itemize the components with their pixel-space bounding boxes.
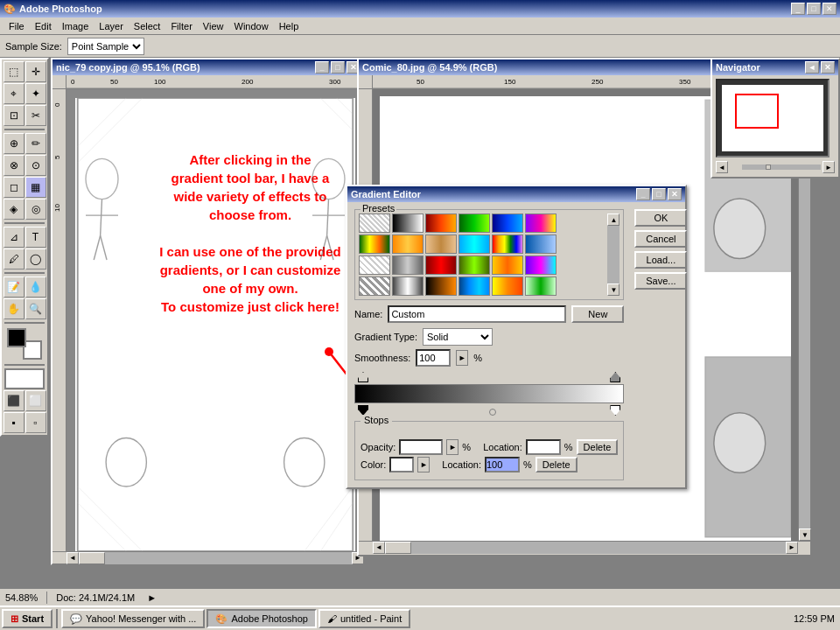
preset-steel[interactable] — [392, 256, 424, 275]
tool-text[interactable]: T — [25, 227, 46, 248]
hscroll2-thumb[interactable] — [385, 542, 411, 554]
color-stepper[interactable]: ► — [417, 457, 430, 472]
tool-clone[interactable]: ⊗ — [4, 155, 24, 176]
vscroll-down[interactable]: ▼ — [799, 528, 811, 541]
sample-size-select[interactable]: Point Sample — [67, 38, 144, 55]
preset-multi[interactable] — [525, 214, 556, 233]
delete-color-btn[interactable]: Delete — [536, 457, 578, 472]
preset-olive[interactable] — [458, 256, 490, 275]
tool-shape[interactable]: ◯ — [25, 248, 46, 270]
taskbar-photoshop[interactable]: 🎨 Adobe Photoshop — [206, 609, 316, 628]
menu-filter[interactable]: Filter — [165, 19, 197, 33]
minimize-button[interactable]: _ — [791, 3, 805, 15]
opacity-value-input[interactable] — [399, 439, 443, 455]
tool-blur[interactable]: ◈ — [4, 199, 24, 220]
nav-slider-thumb[interactable] — [766, 164, 771, 170]
screen-mode-4[interactable]: ▫ — [25, 412, 46, 433]
tool-pen[interactable]: 🖊 — [4, 248, 24, 270]
opacity-handle-right[interactable] — [610, 372, 620, 382]
preset-gold[interactable] — [392, 234, 424, 254]
screen-mode-1[interactable]: ⬛ — [4, 390, 24, 411]
preset-spring[interactable] — [525, 276, 556, 296]
nav-close[interactable]: ✕ — [821, 61, 835, 74]
presets-scroll-up[interactable]: ▲ — [607, 214, 620, 226]
nav-expand[interactable]: ◄ — [805, 61, 819, 74]
preset-sky[interactable] — [525, 234, 556, 254]
preset-amber[interactable] — [492, 256, 523, 275]
canvas1-maximize[interactable]: □ — [331, 61, 345, 74]
presets-scroll-down[interactable]: ▼ — [607, 284, 620, 296]
tool-notes[interactable]: 📝 — [4, 276, 24, 298]
taskbar-paint[interactable]: 🖌 untitled - Paint — [318, 609, 410, 628]
mask-mode[interactable] — [4, 368, 45, 389]
new-button[interactable]: New — [571, 305, 624, 323]
tool-wand[interactable]: ✦ — [25, 83, 46, 104]
tool-path[interactable]: ⊿ — [4, 227, 24, 248]
menu-help[interactable]: Help — [274, 19, 304, 33]
menu-window[interactable]: Window — [229, 19, 274, 33]
smoothness-input[interactable] — [416, 349, 451, 367]
gradient-main-bar[interactable] — [354, 384, 624, 403]
color-location-input[interactable] — [485, 457, 520, 472]
start-button[interactable]: ⊞ Start — [2, 609, 52, 628]
tool-heal[interactable]: ⊕ — [4, 133, 24, 154]
preset-ocean[interactable] — [458, 276, 490, 296]
nav-zoom-out[interactable]: ◄ — [716, 161, 728, 173]
hscroll2-left[interactable]: ◄ — [373, 542, 385, 554]
hscroll2-right[interactable]: ► — [786, 542, 798, 554]
nav-slider[interactable] — [742, 164, 821, 170]
tool-marquee[interactable]: ⬚ — [4, 61, 24, 82]
preset-red[interactable] — [425, 256, 457, 275]
tool-gradient[interactable]: ▦ — [25, 177, 46, 198]
tool-dodge[interactable]: ◎ — [25, 199, 46, 220]
hscroll-track[interactable] — [79, 552, 352, 564]
cancel-button[interactable]: Cancel — [634, 230, 687, 248]
menu-edit[interactable]: Edit — [30, 19, 57, 33]
preset-copper[interactable] — [425, 234, 457, 254]
preset-rainbow[interactable] — [492, 234, 523, 254]
tool-move[interactable]: ✛ — [25, 61, 46, 82]
preset-green[interactable] — [458, 214, 490, 233]
doc-info-arrow[interactable]: ► — [147, 592, 157, 603]
canvas1-title-bar[interactable]: nic_79 copy.jpg @ 95.1% (RGB) _ □ ✕ — [52, 60, 364, 75]
opacity-handle-left[interactable] — [358, 372, 368, 382]
taskbar-yahoo[interactable]: 💬 Yahoo! Messenger with ... — [61, 609, 205, 628]
gradient-type-select[interactable]: Solid Noise — [423, 328, 493, 346]
preset-rust[interactable] — [425, 276, 457, 296]
load-button[interactable]: Load... — [634, 251, 687, 269]
gradient-editor-title-bar[interactable]: Gradient Editor _ □ ✕ — [347, 186, 685, 202]
maximize-button[interactable]: □ — [807, 3, 821, 15]
preset-transparent[interactable] — [359, 214, 390, 233]
name-input[interactable] — [388, 305, 566, 323]
preset-cyan[interactable] — [458, 234, 490, 254]
preset-stripe2[interactable] — [359, 276, 390, 296]
screen-mode-2[interactable]: ⬜ — [25, 390, 46, 411]
tool-slice[interactable]: ✂ — [25, 105, 46, 126]
tool-eyedrop[interactable]: 💧 — [25, 276, 46, 298]
color-swatch[interactable] — [389, 457, 414, 472]
close-button[interactable]: ✕ — [822, 3, 836, 15]
presets-scroll-track[interactable] — [607, 226, 620, 284]
gradient-editor-close[interactable]: ✕ — [668, 188, 682, 200]
tool-lasso[interactable]: ⌖ — [4, 83, 24, 104]
hscroll-thumb[interactable] — [79, 552, 105, 564]
tool-history[interactable]: ⊙ — [25, 155, 46, 176]
preset-fire[interactable] — [492, 276, 523, 296]
opacity-stepper[interactable]: ► — [446, 439, 458, 455]
smoothness-stepper[interactable]: ► — [456, 350, 468, 366]
menu-image[interactable]: Image — [57, 19, 94, 33]
save-button[interactable]: Save... — [634, 272, 687, 290]
preset-orange[interactable] — [425, 214, 457, 233]
screen-mode-3[interactable]: ▪ — [4, 412, 24, 433]
hscroll-left[interactable]: ◄ — [66, 552, 79, 564]
menu-file[interactable]: File — [4, 19, 30, 33]
gradient-editor-minimize[interactable]: _ — [636, 188, 650, 200]
ok-button[interactable]: OK — [634, 209, 687, 227]
preset-purple[interactable] — [525, 256, 556, 275]
tool-eraser[interactable]: ◻ — [4, 177, 24, 198]
tool-crop[interactable]: ⊡ — [4, 105, 24, 126]
tool-brush[interactable]: ✏ — [25, 133, 46, 154]
gradient-editor-maximize[interactable]: □ — [652, 188, 666, 200]
preset-stripe1[interactable] — [359, 256, 390, 275]
preset-blue[interactable] — [492, 214, 523, 233]
